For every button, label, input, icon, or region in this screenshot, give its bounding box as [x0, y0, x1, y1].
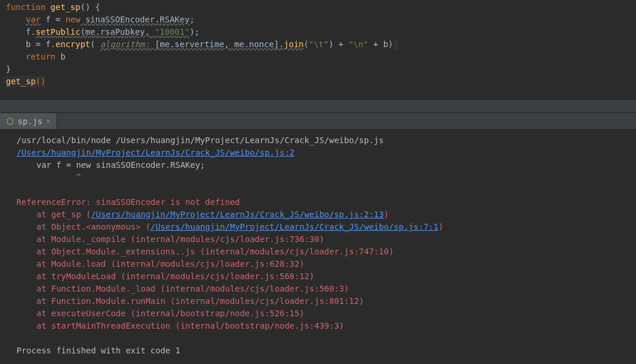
string-literal: "10001" — [155, 27, 190, 37]
method-join: join — [284, 39, 304, 49]
error-title: ReferenceError: sinaSSOEncoder is not de… — [16, 196, 634, 209]
indent: f. — [6, 27, 36, 37]
method-setpublic: setPublic — [36, 27, 81, 37]
stack-2: at Object.<anonymous> (/Users/huangjin/M… — [16, 221, 634, 233]
stack-6: at tryModuleLoad (internal/modules/cjs/l… — [16, 270, 634, 283]
console-blank — [16, 184, 634, 196]
file-link[interactable]: /Users/huangjin/MyProject/LearnJs/Crack_… — [16, 148, 294, 157]
code-line-6[interactable]: } — [6, 63, 630, 75]
open-paren: ( — [90, 39, 100, 49]
indent — [6, 15, 26, 24]
stack-8: at Function.Module.runMain (internal/mod… — [16, 295, 634, 307]
stack-10: at startMainThreadExecution (internal/bo… — [16, 320, 634, 332]
param-hint: algorithm: — [100, 39, 155, 49]
call-getsp: get_sp — [6, 77, 36, 86]
semicolon: ; — [190, 15, 194, 24]
stack-4: at Object.Module._extensions..js (intern… — [16, 246, 634, 258]
run-tabbar: sp.js × — [0, 113, 636, 130]
text: f = — [41, 15, 65, 24]
stack1-pre: at get_sp ( — [16, 210, 91, 219]
code-line-2[interactable]: var f = new sinaSSOEncoder.RSAKey; — [6, 14, 630, 26]
code-line-4[interactable]: b = f.encrypt( algorithm: [me.servertime… — [6, 38, 630, 51]
array-expr: [me.servertime, me.nonce]. — [155, 39, 284, 49]
stack-3: at Module._compile (internal/modules/cjs… — [16, 233, 634, 246]
exit-code: Process finished with exit code 1 — [16, 345, 634, 357]
tail: + b) — [368, 39, 393, 49]
run-console[interactable]: /usr/local/bin/node /Users/huangjin/MyPr… — [0, 130, 636, 364]
return-expr: b — [55, 52, 65, 61]
plus: ) + — [329, 39, 349, 49]
stack1-post: ) — [384, 210, 389, 219]
args: (me.rsaPubkey, — [80, 27, 154, 37]
stack-5: at Module.load (internal/modules/cjs/loa… — [16, 258, 634, 270]
call-paren: () — [36, 77, 46, 86]
stack2-pre: at Object.<anonymous> ( — [16, 222, 151, 231]
code-line-1[interactable]: function get_sp() { — [6, 1, 630, 14]
paren-open: () { — [80, 2, 100, 12]
method-encrypt: encrypt — [55, 39, 90, 49]
string-tab: "\t" — [309, 39, 329, 49]
code-editor[interactable]: function get_sp() { var f = new sinaSSOE… — [0, 0, 636, 99]
close-paren: ); — [190, 27, 200, 37]
code-line-5[interactable]: return b — [6, 51, 630, 63]
string-newline: "\n" — [349, 39, 369, 49]
stack-7: at Function.Module._load (internal/modul… — [16, 283, 634, 295]
stack2-link[interactable]: /Users/huangjin/MyProject/LearnJs/Crack_… — [151, 222, 439, 231]
close-icon[interactable]: × — [46, 117, 51, 125]
join-open: ( — [304, 39, 309, 49]
class-ref: sinaSSOEncoder.RSAKey — [80, 15, 189, 24]
brace-close: } — [6, 64, 11, 74]
keyword-return: return — [26, 52, 56, 61]
keyword-var: var — [26, 15, 41, 24]
function-name: get_sp — [45, 2, 80, 12]
stack-9: at executeUserCode (internal/bootstrap/n… — [16, 307, 634, 320]
console-caret: ^ — [16, 171, 634, 184]
indent: b = f. — [6, 39, 55, 49]
console-command: /usr/local/bin/node /Users/huangjin/MyPr… — [16, 134, 634, 147]
code-line-3[interactable]: f.setPublic(me.rsaPubkey, "10001"); — [6, 26, 630, 38]
nodejs-icon — [6, 117, 14, 125]
console-link-file[interactable]: /Users/huangjin/MyProject/LearnJs/Crack_… — [16, 147, 634, 159]
indent — [6, 52, 26, 61]
console-echo-line: var f = new sinaSSOEncoder.RSAKey; — [16, 159, 634, 171]
stack2-post: ) — [438, 222, 443, 231]
panel-splitter[interactable] — [0, 99, 636, 113]
code-line-7[interactable]: get_sp() — [6, 75, 630, 88]
keyword-function: function — [6, 2, 45, 12]
caret-bg — [393, 39, 398, 50]
keyword-new: new — [65, 15, 80, 24]
console-blank2 — [16, 332, 634, 345]
tab-label: sp.js — [18, 117, 42, 126]
tab-spjs[interactable]: sp.js × — [0, 113, 57, 129]
stack1-link[interactable]: /Users/huangjin/MyProject/LearnJs/Crack_… — [91, 210, 383, 219]
stack-1: at get_sp (/Users/huangjin/MyProject/Lea… — [16, 209, 634, 221]
